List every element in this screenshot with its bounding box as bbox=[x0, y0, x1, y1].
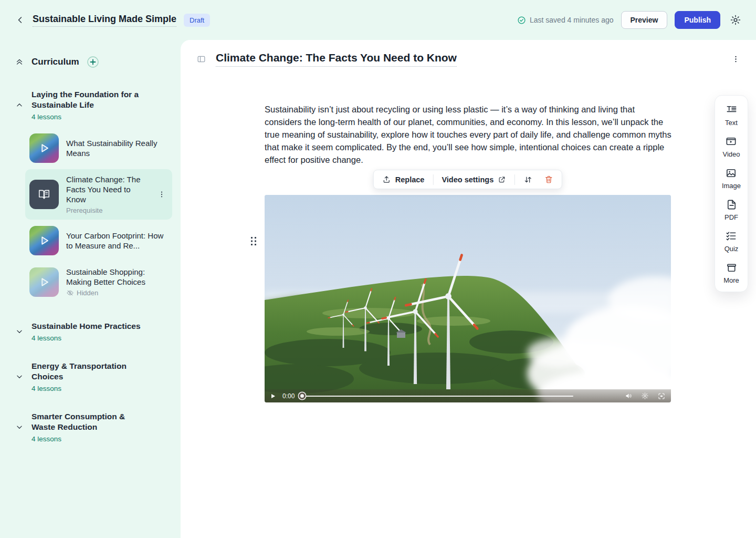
lesson-badge: Hidden bbox=[77, 289, 98, 297]
add-pdf-block[interactable]: PDF bbox=[724, 199, 738, 221]
delete-block-button[interactable] bbox=[541, 173, 556, 186]
upload-icon bbox=[382, 175, 391, 184]
move-block-button[interactable] bbox=[520, 173, 536, 187]
video-icon bbox=[725, 136, 737, 148]
current-time: 0:00 bbox=[282, 392, 295, 400]
section-lesson-count: 4 lessons bbox=[32, 113, 141, 121]
trash-icon bbox=[544, 175, 553, 184]
curriculum-sidebar: Curriculum Laying the Foundation for a S… bbox=[0, 40, 181, 538]
add-quiz-block[interactable]: Quiz bbox=[724, 230, 739, 253]
app-header: Sustainable Living Made Simple Draft Las… bbox=[0, 0, 756, 40]
kebab-icon bbox=[731, 55, 740, 64]
lesson-title: Sustainable Shopping: Making Better Choi… bbox=[66, 267, 168, 287]
add-section-button[interactable] bbox=[85, 54, 101, 70]
last-saved-text: Last saved 4 minutes ago bbox=[530, 16, 614, 24]
preview-button[interactable]: Preview bbox=[621, 11, 668, 29]
replace-button[interactable]: Replace bbox=[379, 173, 428, 186]
lesson-video-thumbnail bbox=[29, 226, 59, 255]
divider bbox=[433, 174, 433, 185]
add-text-block[interactable]: Text bbox=[725, 104, 738, 127]
section-title: Laying the Foundation for a Sustainable … bbox=[32, 89, 141, 110]
palette-label: Image bbox=[722, 182, 741, 190]
lesson-item-hidden[interactable]: Sustainable Shopping: Making Better Choi… bbox=[25, 262, 172, 302]
section-lesson-count: 4 lessons bbox=[32, 334, 141, 342]
chevrons-up-icon bbox=[15, 57, 24, 67]
book-open-icon bbox=[37, 188, 51, 201]
lesson-menu-button[interactable] bbox=[155, 188, 168, 201]
player-settings-button[interactable] bbox=[640, 391, 650, 401]
chevron-down-icon[interactable] bbox=[13, 325, 26, 338]
chevron-left-icon bbox=[15, 15, 25, 25]
check-circle-icon bbox=[517, 16, 526, 25]
panel-layout-icon bbox=[196, 54, 206, 64]
lesson-item-selected[interactable]: Climate Change: The Facts You Need to Kn… bbox=[25, 169, 172, 220]
seek-track-line bbox=[306, 396, 573, 397]
lesson-title: Your Carbon Footprint: How to Measure an… bbox=[66, 231, 168, 251]
more-blocks[interactable]: More bbox=[723, 262, 739, 284]
section-lesson-count: 4 lessons bbox=[32, 435, 141, 443]
video-player[interactable]: 0:00 bbox=[265, 195, 671, 402]
lesson-title: Climate Change: The Facts You Need to Kn… bbox=[66, 174, 148, 204]
play-icon bbox=[29, 267, 59, 297]
section-title: Sustainable Home Practices bbox=[32, 321, 141, 332]
section-title: Smarter Consumption & Waste Reduction bbox=[32, 411, 141, 432]
palette-label: PDF bbox=[724, 213, 738, 221]
archive-box-icon bbox=[726, 262, 738, 274]
video-controls-bar: 0:00 bbox=[265, 389, 671, 402]
curriculum-section: Smarter Consumption & Waste Reduction 4 … bbox=[0, 411, 181, 443]
last-saved-status: Last saved 4 minutes ago bbox=[517, 16, 614, 25]
lesson-video-thumbnail bbox=[29, 133, 59, 163]
pdf-file-icon bbox=[726, 199, 738, 211]
curriculum-section: Sustainable Home Practices 4 lessons bbox=[0, 321, 181, 342]
lesson-editor: Climate Change: The Facts You Need to Kn… bbox=[181, 40, 756, 538]
section-title: Energy & Transportation Choices bbox=[32, 361, 141, 382]
section-header[interactable]: Laying the Foundation for a Sustainable … bbox=[0, 89, 181, 121]
status-badge: Draft bbox=[184, 14, 210, 27]
palette-label: Quiz bbox=[724, 245, 739, 253]
settings-button[interactable] bbox=[728, 12, 743, 28]
toggle-sidebar-button[interactable] bbox=[194, 52, 208, 66]
section-header[interactable]: Smarter Consumption & Waste Reduction 4 … bbox=[0, 411, 181, 443]
publish-button[interactable]: Publish bbox=[675, 11, 720, 29]
fullscreen-button[interactable] bbox=[656, 391, 667, 401]
plus-circle-icon bbox=[87, 56, 99, 68]
block-palette: Text Video Image bbox=[715, 95, 748, 292]
add-image-block[interactable]: Image bbox=[722, 167, 741, 190]
curriculum-section: Laying the Foundation for a Sustainable … bbox=[0, 89, 181, 302]
replace-label: Replace bbox=[395, 175, 425, 184]
seek-bar[interactable] bbox=[299, 392, 620, 400]
divider bbox=[514, 174, 515, 185]
palette-label: More bbox=[723, 276, 739, 284]
section-header[interactable]: Sustainable Home Practices 4 lessons bbox=[0, 321, 181, 342]
palette-label: Video bbox=[722, 150, 740, 158]
video-settings-button[interactable]: Video settings bbox=[438, 173, 509, 186]
lesson-video-thumbnail bbox=[29, 267, 59, 297]
add-video-block[interactable]: Video bbox=[722, 136, 740, 158]
play-button[interactable] bbox=[269, 392, 277, 400]
lesson-item[interactable]: What Sustainability Really Means bbox=[25, 128, 172, 168]
lesson-article-tile bbox=[29, 180, 59, 209]
lesson-page-title[interactable]: Climate Change: The Facts You Need to Kn… bbox=[216, 51, 457, 67]
sort-arrows-icon bbox=[523, 175, 533, 184]
video-block-toolbar: Replace Video settings bbox=[373, 170, 562, 189]
section-header[interactable]: Energy & Transportation Choices 4 lesson… bbox=[0, 361, 181, 392]
lesson-menu-button[interactable] bbox=[729, 53, 742, 66]
video-frame-wind-turbines bbox=[265, 195, 671, 402]
seek-handle[interactable] bbox=[299, 392, 306, 399]
back-button[interactable] bbox=[13, 13, 27, 27]
volume-button[interactable] bbox=[624, 391, 634, 401]
lesson-intro-paragraph[interactable]: Sustainability isn’t just about recyclin… bbox=[265, 103, 672, 166]
palette-label: Text bbox=[725, 119, 738, 127]
chevron-up-icon[interactable] bbox=[13, 98, 26, 112]
chevron-down-icon[interactable] bbox=[13, 420, 26, 434]
image-icon bbox=[725, 167, 737, 179]
drag-handle-icon[interactable] bbox=[250, 235, 257, 247]
play-icon bbox=[29, 226, 59, 255]
text-icon bbox=[726, 104, 738, 116]
course-title[interactable]: Sustainable Living Made Simple bbox=[33, 14, 176, 27]
quiz-checklist-icon bbox=[725, 230, 737, 242]
collapse-all-button[interactable] bbox=[13, 55, 26, 69]
chevron-down-icon[interactable] bbox=[13, 370, 26, 384]
external-link-icon bbox=[498, 175, 506, 184]
lesson-item[interactable]: Your Carbon Footprint: How to Measure an… bbox=[25, 221, 172, 261]
